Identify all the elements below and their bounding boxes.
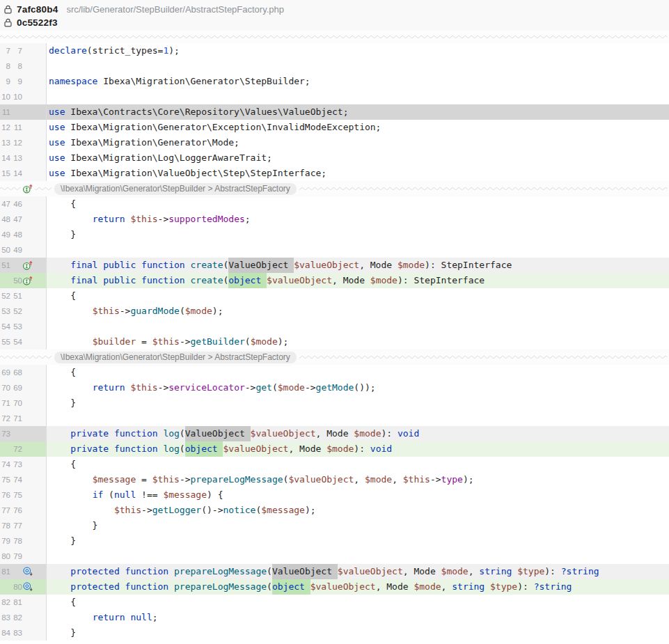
code-token: ?string [561, 564, 599, 579]
code-line[interactable]: private function log(object $valueObject… [47, 441, 669, 457]
code-token: use [49, 104, 70, 120]
gutter: 7473 [0, 457, 47, 472]
diff-row-add: 80 protected function prepareLogMessage(… [0, 579, 669, 595]
code-line[interactable]: declare(strict_types=1); [47, 43, 669, 58]
code-token: $mode [414, 579, 441, 595]
code-line[interactable]: } [47, 533, 669, 549]
code-token: $valueObject [294, 258, 359, 273]
code-token: void [398, 426, 419, 441]
implements-method-icon[interactable] [22, 260, 33, 271]
line-number-before: 52 [0, 292, 10, 300]
code-line[interactable]: private function log(ValueObject $valueO… [47, 426, 669, 441]
code-line[interactable]: $this->guardMode($mode); [47, 304, 669, 319]
code-token: get [255, 380, 271, 395]
code-token: ( [180, 426, 185, 441]
code-line[interactable]: { [47, 457, 669, 472]
code-token: final public function [70, 258, 190, 273]
code-token: -> [305, 380, 316, 395]
line-number-before: 74 [0, 460, 10, 469]
code-line[interactable]: use Ibexa\Migration\Generator\Mode; [47, 135, 669, 150]
line-number-after: 9 [12, 77, 22, 86]
code-token: Ibexa\Migration\Generator\Exception\Inva… [70, 120, 381, 135]
revision-right-row: 0c5522f3 [4, 16, 669, 29]
code-token: prepareLogMessage [191, 472, 283, 487]
code-token [49, 610, 93, 625]
code-line[interactable]: { [47, 365, 669, 380]
code-line[interactable]: $builder = $this->getBuilder($mode); [47, 334, 669, 350]
fold-region-breadcrumb[interactable]: \Ibexa\Migration\Generator\StepBuilder >… [54, 352, 297, 363]
gutter: 1514 [0, 166, 47, 181]
code-token: $this [114, 503, 141, 518]
code-line[interactable]: protected function prepareLogMessage(Val… [47, 564, 669, 579]
code-token: prepareLogMessage [174, 579, 267, 595]
line-number-after: 73 [12, 460, 22, 469]
overridden-method-icon[interactable] [22, 581, 33, 592]
code-line[interactable]: } [47, 227, 669, 242]
diff-row-ctx: 7574 $message = $this->prepareLogMessage… [0, 472, 669, 487]
code-line[interactable]: final public function create(ValueObject… [47, 258, 669, 273]
diff-row-ctx: 7776 $this->getLogger()->notice($message… [0, 503, 669, 518]
collapsed-region-wave-top [0, 31, 669, 43]
code-line[interactable]: return $this->serviceLocator->get($mode-… [47, 380, 669, 395]
gutter: 99 [0, 74, 47, 89]
code-token: supportedModes [168, 212, 245, 227]
overridden-method-icon[interactable] [22, 566, 33, 577]
code-line[interactable] [47, 549, 669, 564]
line-number-after: 10 [12, 93, 22, 101]
line-number-after: 52 [12, 307, 22, 315]
diff-row-del: 81 protected function prepareLogMessage(… [0, 564, 669, 579]
code-line[interactable]: use Ibexa\Contracts\Core\Repository\Valu… [47, 104, 669, 120]
fold-region-breadcrumb[interactable]: \Ibexa\Migration\Generator\StepBuilder >… [54, 183, 297, 195]
code-line[interactable]: $message = $this->prepareLogMessage($val… [47, 472, 669, 487]
diff-row-ctx: 7473 { [0, 457, 669, 472]
diff-row-ctx: 5554 $builder = $this->getBuilder($mode)… [0, 334, 669, 350]
diff-row-ctx: 1312use Ibexa\Migration\Generator\Mode; [0, 135, 669, 150]
code-line[interactable] [47, 411, 669, 426]
implements-method-icon[interactable] [22, 275, 33, 286]
code-line[interactable]: final public function create(object $val… [47, 273, 669, 288]
code-line[interactable]: } [47, 625, 669, 641]
code-line[interactable] [47, 242, 669, 258]
code-line[interactable]: { [47, 595, 669, 610]
code-line[interactable] [47, 89, 669, 104]
code-token: return [93, 212, 131, 227]
code-token: } [49, 625, 76, 641]
code-token: , [354, 472, 365, 487]
code-token: $valueObject [338, 564, 403, 579]
line-number-before: 13 [0, 139, 10, 147]
diff-row-ctx: 6968 { [0, 365, 669, 380]
implements-method-icon[interactable] [22, 183, 33, 194]
code-token: ) { [207, 487, 223, 503]
code-line[interactable]: use Ibexa\Migration\ValueObject\Step\Ste… [47, 166, 669, 181]
code-line[interactable]: return null; [47, 610, 669, 625]
code-line[interactable]: if (null !== $message) { [47, 487, 669, 503]
code-line[interactable] [47, 58, 669, 74]
code-token: $mode [441, 564, 469, 579]
code-token: ( [245, 334, 251, 350]
code-token: ): StepInterface [425, 258, 512, 273]
code-line[interactable]: namespace Ibexa\Migration\Generator\Step… [47, 74, 669, 89]
code-line[interactable]: } [47, 395, 669, 411]
code-line[interactable]: use Ibexa\Migration\Log\LoggerAwareTrait… [47, 150, 669, 166]
code-token: $this [130, 380, 157, 395]
code-line[interactable]: } [47, 518, 669, 533]
diff-row-del-full: 11use Ibexa\Contracts\Core\Repository\Va… [0, 104, 669, 120]
code-line[interactable]: { [47, 196, 669, 212]
gutter: 73 [0, 426, 47, 441]
code-line[interactable]: protected function prepareLogMessage(obj… [47, 579, 669, 595]
line-number-before: 80 [0, 552, 10, 560]
code-token: string [479, 564, 517, 579]
code-line[interactable]: { [47, 288, 669, 304]
code-token: $mode [398, 258, 425, 273]
code-line[interactable]: return $this->supportedModes; [47, 212, 669, 227]
gutter: 6968 [0, 365, 47, 380]
line-number-before: 10 [0, 93, 10, 101]
code-line[interactable]: $this->getLogger()->notice($message); [47, 503, 669, 518]
code-line[interactable] [47, 319, 669, 334]
diff-row-ctx: 5049 [0, 242, 669, 258]
line-number-before: 81 [0, 567, 10, 576]
revision-left-row: 7afc80b4 src/lib/Generator/StepBuilder/A… [4, 3, 669, 16]
code-token: ); [168, 43, 180, 58]
code-line[interactable]: use Ibexa\Migration\Generator\Exception\… [47, 120, 669, 135]
code-token: ); [463, 472, 474, 487]
